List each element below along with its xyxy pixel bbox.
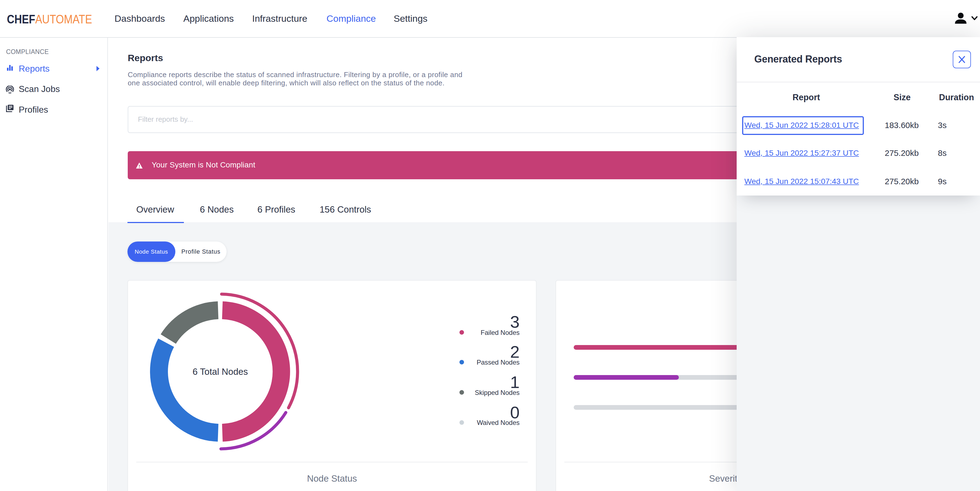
svg-text:3: 3: [510, 312, 519, 331]
svg-text:Failed Nodes: Failed Nodes: [480, 329, 519, 336]
svg-text:Passed Nodes: Passed Nodes: [477, 359, 519, 366]
svg-text:Skipped Nodes: Skipped Nodes: [475, 389, 520, 396]
svg-text:6 Total Nodes: 6 Total Nodes: [192, 367, 248, 377]
svg-text:Waived Nodes: Waived Nodes: [477, 419, 519, 426]
